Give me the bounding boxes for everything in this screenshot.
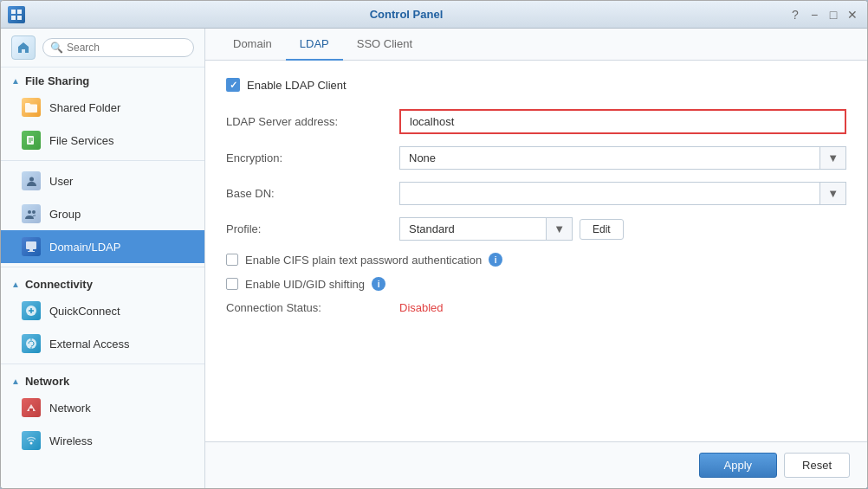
svg-rect-9 <box>29 249 33 251</box>
group-label: Group <box>49 208 81 221</box>
main-layout: 🔍 ▲ File Sharing Shared Folder <box>1 29 867 488</box>
profile-row: Profile: Standard ▼ Edit <box>226 217 846 241</box>
svg-rect-3 <box>17 16 22 20</box>
base-dn-select[interactable]: ▼ <box>399 182 846 205</box>
titlebar-controls: ? − □ ✕ <box>787 7 860 23</box>
cifs-info-icon[interactable]: i <box>489 253 502 267</box>
svg-rect-13 <box>29 409 33 411</box>
svg-rect-1 <box>17 10 22 14</box>
enable-ldap-row: Enable LDAP Client <box>226 78 846 92</box>
sidebar-item-domain-ldap[interactable]: Domain/LDAP <box>1 230 204 263</box>
svg-rect-2 <box>11 16 16 20</box>
sidebar-item-file-services[interactable]: File Services <box>1 124 204 157</box>
base-dn-row: Base DN: ▼ <box>226 182 846 205</box>
uid-gid-checkbox[interactable] <box>226 278 238 290</box>
cifs-checkbox[interactable] <box>226 254 238 266</box>
base-dn-label: Base DN: <box>226 187 399 200</box>
encryption-dropdown-arrow[interactable]: ▼ <box>819 147 845 169</box>
sidebar-item-shared-folder[interactable]: Shared Folder <box>1 91 204 124</box>
home-button[interactable] <box>11 35 36 60</box>
tab-domain[interactable]: Domain <box>219 29 286 61</box>
sidebar-item-group[interactable]: Group <box>1 197 204 230</box>
server-address-input[interactable] <box>410 115 836 128</box>
tab-ldap[interactable]: LDAP <box>286 29 343 61</box>
maximize-button[interactable]: □ <box>826 7 841 23</box>
server-address-box <box>399 109 846 134</box>
profile-value: Standard ▼ Edit <box>399 217 846 241</box>
network-icon <box>22 398 41 417</box>
file-sharing-section-header[interactable]: ▲ File Sharing <box>1 68 204 91</box>
group-icon <box>22 204 41 223</box>
shared-folder-label: Shared Folder <box>49 101 120 114</box>
svg-point-6 <box>28 210 31 214</box>
base-dn-dropdown-arrow[interactable]: ▼ <box>819 183 845 204</box>
sidebar-item-user[interactable]: User <box>1 164 204 197</box>
file-services-label: File Services <box>49 134 113 147</box>
base-dn-select-text <box>400 190 819 198</box>
chevron-icon: ▲ <box>11 76 20 86</box>
app-icon <box>8 6 25 23</box>
search-icon: 🔍 <box>50 42 63 54</box>
edit-button[interactable]: Edit <box>580 219 624 240</box>
profile-label: Profile: <box>226 222 399 235</box>
tab-sso-client[interactable]: SSO Client <box>343 29 426 61</box>
uid-gid-row: Enable UID/GID shifting i <box>226 277 846 291</box>
user-icon <box>22 171 41 190</box>
connection-status-value: Disabled <box>399 301 444 314</box>
base-dn-value: ▼ <box>399 182 846 205</box>
cifs-label: Enable CIFS plain text password authenti… <box>245 254 482 267</box>
network-chevron: ▲ <box>11 376 20 386</box>
encryption-label: Encryption: <box>226 151 399 164</box>
profile-select-text: Standard <box>400 218 546 240</box>
cifs-row: Enable CIFS plain text password authenti… <box>226 253 846 267</box>
encryption-select[interactable]: None ▼ <box>399 146 846 170</box>
profile-select[interactable]: Standard ▼ <box>399 217 573 241</box>
titlebar-left <box>8 6 25 23</box>
server-address-label: LDAP Server address: <box>226 115 399 128</box>
wireless-label: Wireless <box>49 434 93 447</box>
sidebar-item-quickconnect[interactable]: QuickConnect <box>1 294 204 327</box>
close-button[interactable]: ✕ <box>845 7 860 23</box>
file-services-icon <box>22 131 41 150</box>
sidebar-item-network[interactable]: Network <box>1 391 204 424</box>
divider3 <box>1 364 204 364</box>
help-button[interactable]: ? <box>787 7 803 23</box>
server-address-row: LDAP Server address: <box>226 109 846 134</box>
connectivity-label: Connectivity <box>25 278 93 291</box>
profile-dropdown-arrow[interactable]: ▼ <box>546 218 572 240</box>
domain-ldap-label: Domain/LDAP <box>49 241 120 254</box>
search-input[interactable] <box>67 42 186 54</box>
wireless-icon <box>22 431 41 450</box>
domain-icon <box>22 237 41 256</box>
connection-status-label: Connection Status: <box>226 301 399 314</box>
sidebar-item-wireless[interactable]: Wireless <box>1 424 204 457</box>
user-label: User <box>49 175 73 188</box>
footer: Apply Reset <box>205 442 867 488</box>
content-area: Domain LDAP SSO Client Enable LDAP Clien… <box>205 29 867 488</box>
minimize-button[interactable]: − <box>806 7 822 23</box>
svg-rect-0 <box>11 10 16 14</box>
divider1 <box>1 160 204 161</box>
sidebar-item-external-access[interactable]: External Access <box>1 327 204 360</box>
encryption-select-text: None <box>400 147 819 169</box>
sidebar: 🔍 ▲ File Sharing Shared Folder <box>1 29 205 488</box>
svg-point-5 <box>29 177 34 181</box>
apply-button[interactable]: Apply <box>699 453 778 478</box>
svg-rect-8 <box>26 241 36 249</box>
network-label: Network <box>25 375 69 388</box>
svg-rect-10 <box>28 251 35 252</box>
connectivity-section-header[interactable]: ▲ Connectivity <box>1 271 204 294</box>
quickconnect-icon <box>22 301 41 320</box>
reset-button[interactable]: Reset <box>784 453 850 478</box>
encryption-row: Encryption: None ▼ <box>226 146 846 170</box>
search-box: 🔍 <box>42 38 194 57</box>
divider2 <box>1 267 204 267</box>
enable-ldap-label: Enable LDAP Client <box>247 79 347 92</box>
quickconnect-label: QuickConnect <box>49 305 120 318</box>
uid-gid-info-icon[interactable]: i <box>372 277 385 291</box>
network-section-header[interactable]: ▲ Network <box>1 368 204 391</box>
encryption-value: None ▼ <box>399 146 846 170</box>
svg-point-14 <box>30 442 33 445</box>
enable-ldap-checkbox[interactable] <box>226 78 240 92</box>
profile-controls: Standard ▼ Edit <box>399 217 846 241</box>
